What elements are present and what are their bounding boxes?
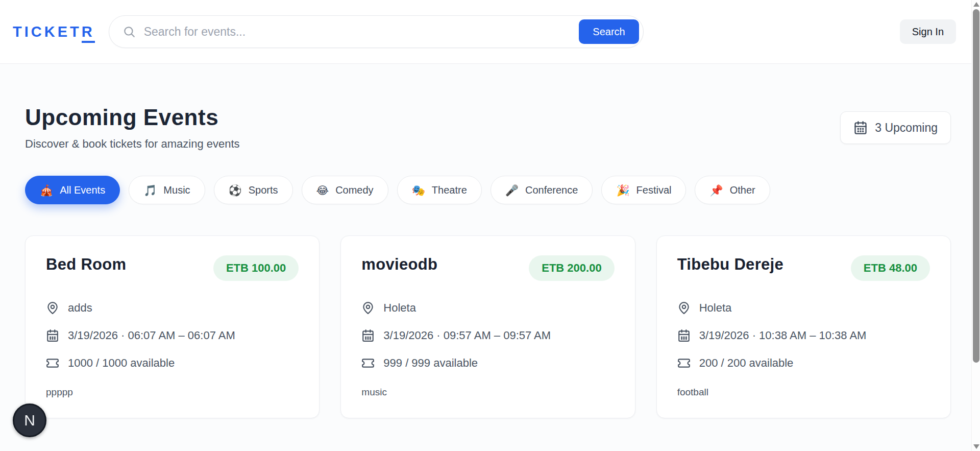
scrollbar-down-arrow[interactable] — [973, 444, 979, 449]
event-title: Tibebu Dereje — [677, 255, 783, 274]
filter-label: Festival — [636, 184, 672, 196]
title-block: Upcoming Events Discover & book tickets … — [25, 105, 240, 151]
calendar-icon — [677, 329, 691, 342]
filter-festival[interactable]: 🎉 Festival — [601, 176, 686, 204]
filter-theatre[interactable]: 🎭 Theatre — [397, 176, 482, 204]
ticket-icon — [361, 357, 375, 370]
map-pin-icon — [677, 301, 691, 315]
event-location: Holeta — [699, 301, 732, 315]
brand-logo-text: TICKET — [13, 23, 82, 40]
filter-label: Comedy — [335, 184, 373, 196]
event-location-row: Holeta — [677, 301, 930, 315]
theatre-masks-icon: 🎭 — [412, 185, 425, 196]
card-header: Tibebu Dereje ETB 48.00 — [677, 255, 930, 281]
sign-in-button[interactable]: Sign In — [900, 19, 956, 44]
event-datetime: 3/19/2026 · 10:38 AM – 10:38 AM — [699, 329, 867, 342]
event-availability-row: 200 / 200 available — [677, 357, 930, 370]
event-title: movieodb — [361, 255, 437, 274]
price-badge: ETB 200.00 — [529, 255, 614, 281]
microphone-icon: 🎤 — [505, 185, 519, 196]
calendar-icon — [361, 329, 375, 342]
scrollbar-thumb[interactable] — [973, 9, 979, 363]
calendar-icon — [46, 329, 59, 342]
upcoming-count-badge: 3 Upcoming — [840, 111, 951, 144]
circus-tent-icon: 🎪 — [40, 185, 53, 196]
event-datetime-row: 3/19/2026 · 10:38 AM – 10:38 AM — [677, 329, 930, 342]
main-content: Upcoming Events Discover & book tickets … — [0, 64, 980, 418]
filter-label: All Events — [60, 184, 105, 196]
price-badge: ETB 48.00 — [851, 255, 930, 281]
search-input[interactable] — [144, 25, 579, 39]
filter-conference[interactable]: 🎤 Conference — [491, 176, 593, 204]
page-subtitle: Discover & book tickets for amazing even… — [25, 137, 240, 151]
laughing-face-icon: 😂 — [316, 185, 329, 196]
search-icon — [122, 25, 136, 38]
filter-other[interactable]: 📌 Other — [695, 176, 770, 204]
event-tag: music — [361, 387, 614, 398]
event-datetime: 3/19/2026 · 06:07 AM – 06:07 AM — [68, 329, 235, 342]
title-row: Upcoming Events Discover & book tickets … — [25, 105, 951, 151]
filter-music[interactable]: 🎵 Music — [129, 176, 205, 204]
search-button[interactable]: Search — [579, 19, 639, 44]
nextjs-dev-button[interactable]: N — [13, 403, 46, 437]
party-popper-icon: 🎉 — [616, 185, 629, 196]
event-datetime-row: 3/19/2026 · 09:57 AM – 09:57 AM — [361, 329, 614, 342]
event-availability: 999 / 999 available — [383, 357, 478, 370]
event-location-row: adds — [46, 301, 299, 315]
price-badge: ETB 100.00 — [213, 255, 299, 281]
event-card[interactable]: Tibebu Dereje ETB 48.00 Holeta 3/19/2026… — [656, 235, 951, 418]
calendar-icon — [853, 121, 868, 135]
event-card-grid: Bed Room ETB 100.00 adds 3/19/2026 · 06:… — [25, 235, 951, 418]
card-header: movieodb ETB 200.00 — [361, 255, 614, 281]
scrollbar-up-arrow[interactable] — [973, 2, 979, 7]
event-availability-row: 1000 / 1000 available — [46, 357, 299, 370]
top-header: TICKETR Search Sign In — [0, 0, 980, 64]
brand-logo[interactable]: TICKETR — [13, 23, 95, 40]
event-location: adds — [68, 301, 92, 315]
music-note-icon: 🎵 — [143, 185, 157, 196]
filter-label: Other — [730, 184, 755, 196]
soccer-ball-icon: ⚽ — [229, 185, 242, 196]
event-availability-row: 999 / 999 available — [361, 357, 614, 370]
map-pin-icon — [46, 301, 59, 315]
page-title: Upcoming Events — [25, 105, 240, 130]
pushpin-icon: 📌 — [709, 185, 723, 196]
filter-label: Conference — [525, 184, 578, 196]
event-location: Holeta — [383, 301, 416, 315]
card-header: Bed Room ETB 100.00 — [46, 255, 299, 281]
event-availability: 1000 / 1000 available — [68, 357, 175, 370]
filter-all-events[interactable]: 🎪 All Events — [25, 176, 120, 204]
filter-comedy[interactable]: 😂 Comedy — [302, 176, 388, 204]
filter-label: Sports — [249, 184, 278, 196]
brand-logo-suffix: R — [82, 23, 95, 43]
event-card[interactable]: Bed Room ETB 100.00 adds 3/19/2026 · 06:… — [25, 235, 320, 418]
event-availability: 200 / 200 available — [699, 357, 794, 370]
vertical-scrollbar — [971, 0, 980, 451]
event-title: Bed Room — [46, 255, 126, 274]
upcoming-count-label: 3 Upcoming — [875, 121, 938, 135]
search-bar: Search — [109, 15, 644, 48]
ticket-icon — [677, 357, 691, 370]
event-tag: ppppp — [46, 387, 299, 398]
filter-sports[interactable]: ⚽ Sports — [214, 176, 293, 204]
event-datetime: 3/19/2026 · 09:57 AM – 09:57 AM — [383, 329, 551, 342]
map-pin-icon — [361, 301, 375, 315]
filter-label: Music — [163, 184, 190, 196]
event-datetime-row: 3/19/2026 · 06:07 AM – 06:07 AM — [46, 329, 299, 342]
category-filters: 🎪 All Events 🎵 Music ⚽ Sports 😂 Comedy 🎭… — [25, 176, 951, 204]
filter-label: Theatre — [432, 184, 467, 196]
event-location-row: Holeta — [361, 301, 614, 315]
ticket-icon — [46, 357, 59, 370]
event-tag: football — [677, 387, 930, 398]
event-card[interactable]: movieodb ETB 200.00 Holeta 3/19/2026 · 0… — [340, 235, 635, 418]
